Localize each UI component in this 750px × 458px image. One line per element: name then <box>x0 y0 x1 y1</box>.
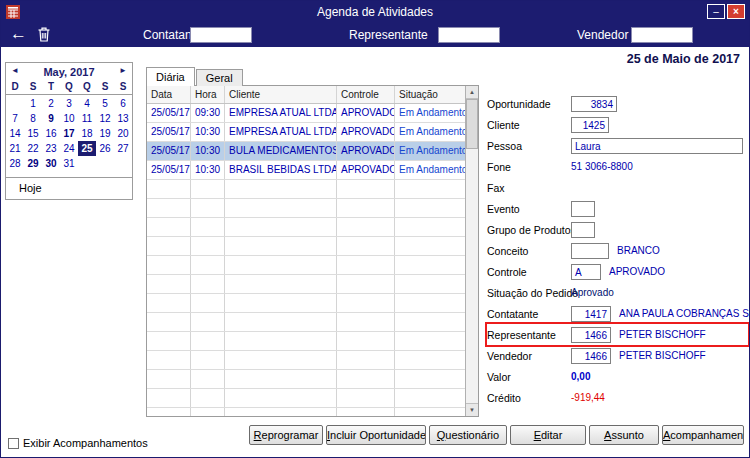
field-box-cliente[interactable]: 1425 <box>571 117 609 133</box>
column-header[interactable]: Cliente <box>225 86 337 103</box>
field-box-oportunidade[interactable]: 3834 <box>571 96 617 112</box>
calendar-day-19[interactable]: 19 <box>96 126 114 141</box>
vendedor-input[interactable] <box>631 27 693 43</box>
calendar-day-16[interactable]: 16 <box>42 126 60 141</box>
today-button[interactable]: Hoje <box>6 178 132 199</box>
field-label: Valor <box>487 371 571 383</box>
calendar-day-29[interactable]: 29 <box>24 156 42 171</box>
table-cell <box>191 275 225 293</box>
table-row-empty[interactable] <box>147 389 465 408</box>
tab-geral[interactable]: Geral <box>196 69 243 86</box>
scroll-down-icon[interactable]: ▼ <box>466 403 478 416</box>
button-reprogramar[interactable]: Reprogramar <box>249 425 323 445</box>
calendar-day-17[interactable]: 17 <box>60 126 78 141</box>
calendar-day-20[interactable]: 20 <box>114 126 132 141</box>
scroll-thumb[interactable] <box>466 99 478 149</box>
field-box-conceito[interactable] <box>571 243 609 259</box>
back-arrow-icon[interactable]: ← <box>10 24 27 44</box>
field-box-grupo[interactable] <box>571 222 595 238</box>
calendar-day-30[interactable]: 30 <box>42 156 60 171</box>
minimize-button[interactable]: – <box>707 4 725 19</box>
table-row-empty[interactable] <box>147 313 465 332</box>
calendar-day-4[interactable]: 4 <box>78 96 96 111</box>
calendar-day-15[interactable]: 15 <box>24 126 42 141</box>
column-header[interactable]: Controle <box>337 86 395 103</box>
field-box-controle[interactable]: A <box>571 264 601 280</box>
calendar-day-1[interactable]: 1 <box>24 96 42 111</box>
table-cell <box>191 351 225 369</box>
button-acompanhamentos[interactable]: Acompanhamentos <box>662 425 744 445</box>
scroll-track[interactable] <box>466 99 478 403</box>
calendar-day-31[interactable]: 31 <box>60 156 78 171</box>
field-label: Pessoa <box>487 140 571 152</box>
trash-icon[interactable] <box>37 26 51 43</box>
calendar-day-22[interactable]: 22 <box>24 141 42 156</box>
field-label: Cliente <box>487 119 571 131</box>
column-header[interactable]: Data <box>147 86 191 103</box>
calendar-day-5[interactable]: 5 <box>96 96 114 111</box>
calendar-next-icon[interactable]: ► <box>119 66 127 75</box>
table-row-empty[interactable] <box>147 370 465 389</box>
close-button[interactable]: × <box>727 4 745 19</box>
tab-diaria[interactable]: Diária <box>146 67 195 86</box>
exibir-checkbox-row[interactable]: Exibir Acompanhamentos <box>8 437 148 449</box>
table-header: DataHoraClienteControleSituação <box>147 86 465 104</box>
calendar-day-7[interactable]: 7 <box>6 111 24 126</box>
calendar-day-9[interactable]: 9 <box>42 111 60 126</box>
table-row-empty[interactable] <box>147 351 465 370</box>
contatante-input[interactable] <box>190 27 252 43</box>
table-scrollbar[interactable]: ▲ ▼ <box>465 86 478 416</box>
calendar-day-18[interactable]: 18 <box>78 126 96 141</box>
table-row-empty[interactable] <box>147 256 465 275</box>
field-box-evento[interactable] <box>571 201 595 217</box>
field-box-contatante[interactable]: 1417 <box>571 306 611 322</box>
table-row[interactable]: 25/05/1709:30EMPRESA ATUAL LTDAAPROVADOE… <box>147 104 465 123</box>
button-questionario[interactable]: Questionário <box>429 425 507 445</box>
calendar-day-23[interactable]: 23 <box>42 141 60 156</box>
table-row-empty[interactable] <box>147 408 465 416</box>
button-editar[interactable]: Editar <box>510 425 586 445</box>
column-header[interactable]: Situação <box>395 86 465 103</box>
field-box-vendedor[interactable]: 1466 <box>571 348 611 364</box>
table-cell <box>191 389 225 407</box>
calendar-day-25[interactable]: 25 <box>78 141 96 156</box>
calendar-day-13[interactable]: 13 <box>114 111 132 126</box>
table-cell: APROVADO <box>337 142 395 160</box>
column-header[interactable]: Hora <box>191 86 225 103</box>
table-cell: BRASIL BEBIDAS LTDA <box>225 161 337 179</box>
calendar-day-21[interactable]: 21 <box>6 141 24 156</box>
button-incluir-oportunidade[interactable]: Incluir Oportunidade <box>326 425 426 445</box>
calendar-day-11[interactable]: 11 <box>78 111 96 126</box>
calendar-day-14[interactable]: 14 <box>6 126 24 141</box>
table-row-empty[interactable] <box>147 218 465 237</box>
button-assunto[interactable]: Assunto <box>589 425 659 445</box>
table-row-empty[interactable] <box>147 275 465 294</box>
table-row-empty[interactable] <box>147 199 465 218</box>
calendar-day-2[interactable]: 2 <box>42 96 60 111</box>
calendar-day-26[interactable]: 26 <box>96 141 114 156</box>
calendar-day-10[interactable]: 10 <box>60 111 78 126</box>
field-label: Representante <box>487 329 571 341</box>
calendar-day-28[interactable]: 28 <box>6 156 24 171</box>
table-row-empty[interactable] <box>147 180 465 199</box>
calendar-day-8[interactable]: 8 <box>24 111 42 126</box>
representante-input[interactable] <box>438 27 500 43</box>
table-row[interactable]: 25/05/1710:30BRASIL BEBIDAS LTDAAPROVADO… <box>147 161 465 180</box>
table-row-empty[interactable] <box>147 294 465 313</box>
table-row[interactable]: 25/05/1710:30EMPRESA ATUAL LTDAAPROVADOE… <box>147 123 465 142</box>
field-box-pessoa[interactable]: Laura <box>571 138 743 154</box>
checkbox[interactable] <box>8 438 19 449</box>
calendar-day-12[interactable]: 12 <box>96 111 114 126</box>
calendar-day-6[interactable]: 6 <box>114 96 132 111</box>
calendar-day-24[interactable]: 24 <box>60 141 78 156</box>
table-row-empty[interactable] <box>147 332 465 351</box>
table-row-empty[interactable] <box>147 237 465 256</box>
field-row-oportunidade: Oportunidade3834 <box>487 93 748 114</box>
calendar-prev-icon[interactable]: ◄ <box>11 66 19 75</box>
calendar-day-3[interactable]: 3 <box>60 96 78 111</box>
table-cell <box>225 351 337 369</box>
scroll-up-icon[interactable]: ▲ <box>466 86 478 99</box>
table-row[interactable]: 25/05/1710:30BULA MEDICAMENTOS LTDAAPROV… <box>147 142 465 161</box>
calendar-day-27[interactable]: 27 <box>114 141 132 156</box>
field-box-representante[interactable]: 1466 <box>571 327 611 343</box>
